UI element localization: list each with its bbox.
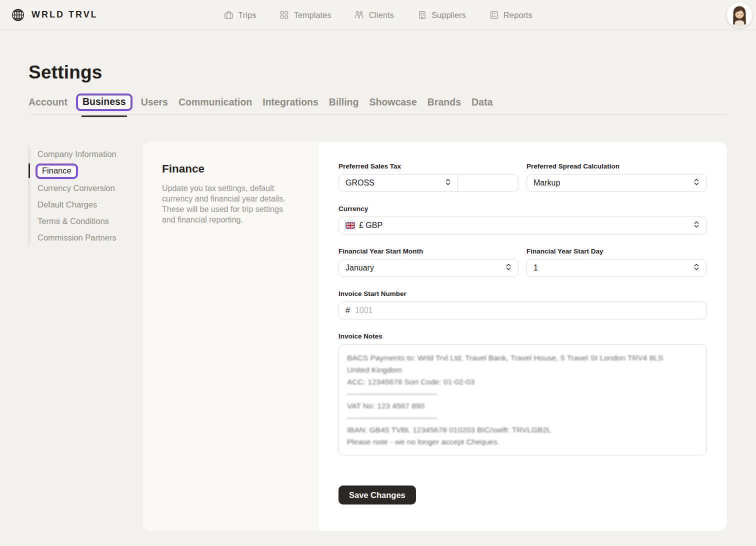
settings-page: Settings Account Business Users Communic… (0, 62, 756, 541)
chevron-updown-icon (694, 220, 700, 230)
tab-billing[interactable]: Billing (329, 96, 359, 108)
nav-item-label: Clients (369, 10, 394, 20)
nav-item-reports[interactable]: Reports (489, 10, 532, 20)
uk-flag-icon (346, 222, 355, 229)
settings-sidebar: Company Information Finance Currency Con… (28, 141, 142, 532)
sidebar-finance-highlight: Finance (36, 164, 78, 179)
nav-item-trips[interactable]: Trips (224, 10, 256, 20)
currency-value: £ GBP (359, 221, 382, 230)
hash-prefix: # (346, 306, 350, 315)
nav-item-label: Trips (238, 10, 256, 20)
tab-business[interactable]: Business (78, 96, 130, 108)
tab-business-highlight: Business (76, 94, 132, 111)
section-title: Finance (162, 162, 298, 176)
sales-tax-percent-input[interactable] (464, 178, 518, 188)
finance-card: Finance Update you tax settings, default… (142, 141, 728, 532)
nav-item-label: Suppliers (432, 10, 466, 20)
save-changes-button[interactable]: Save Changes (338, 486, 416, 504)
sidebar-item-terms-conditions[interactable]: Terms & Conditions (38, 213, 142, 230)
section-description: Update you tax settings, default currenc… (162, 183, 298, 225)
currency-select[interactable]: £ GBP (338, 216, 706, 234)
chevron-updown-icon (506, 263, 512, 273)
tab-data[interactable]: Data (472, 96, 492, 108)
main-nav: Trips Templates (224, 0, 532, 30)
briefcase-icon (224, 10, 234, 20)
fy-start-day-value: 1 (534, 264, 694, 272)
sidebar-item-company-information[interactable]: Company Information (38, 146, 142, 162)
spread-calculation-label: Preferred Spread Calculation (526, 162, 706, 170)
sidebar-item-currency-conversion[interactable]: Currency Conversion (38, 180, 142, 196)
fy-start-month-label: Financial Year Start Month (338, 248, 518, 255)
nav-item-label: Templates (294, 10, 331, 20)
grid-icon (279, 10, 289, 20)
tab-showcase[interactable]: Showcase (369, 96, 416, 108)
nav-item-suppliers[interactable]: Suppliers (417, 10, 466, 20)
business-settings-content: Company Information Finance Currency Con… (28, 141, 728, 541)
finance-form: Preferred Sales Tax GROSS (318, 142, 727, 531)
currency-label: Currency (338, 205, 706, 212)
nav-item-clients[interactable]: Clients (354, 10, 394, 20)
globe-icon (10, 8, 26, 22)
tab-integrations[interactable]: Integrations (262, 96, 318, 108)
sidebar-item-commission-partners[interactable]: Commission Partners (38, 230, 142, 246)
sales-tax-percent-field: % (458, 174, 518, 192)
sales-tax-value: GROSS (346, 178, 445, 188)
finance-card-intro: Finance Update you tax settings, default… (142, 142, 318, 531)
tab-brands[interactable]: Brands (428, 96, 461, 108)
settings-sidebar-list: Company Information Finance Currency Con… (28, 146, 142, 246)
sales-tax-group: GROSS % (338, 174, 518, 192)
invoice-notes-text: BACS Payments to: Wrld Trvl Ltd, Travel … (347, 352, 698, 448)
nav-item-templates[interactable]: Templates (279, 10, 331, 20)
sidebar-item-default-charges[interactable]: Default Charges (38, 196, 142, 213)
chevron-updown-icon (694, 178, 700, 188)
invoice-start-number-input[interactable] (355, 306, 700, 315)
invoice-start-number-label: Invoice Start Number (338, 290, 706, 298)
tab-account[interactable]: Account (28, 96, 68, 108)
settings-tabs: Account Business Users Communication Int… (28, 96, 728, 115)
spread-calculation-value: Markup (534, 178, 694, 188)
fy-start-month-value: January (346, 264, 506, 272)
fy-start-month-select[interactable]: January (338, 259, 518, 277)
spread-calculation-select[interactable]: Markup (526, 174, 706, 192)
sales-tax-label: Preferred Sales Tax (338, 162, 518, 170)
invoice-start-number-field: # (338, 302, 706, 320)
sidebar-item-finance[interactable]: Finance (38, 162, 142, 180)
preferred-sales-tax-select[interactable]: GROSS (339, 174, 458, 192)
chevron-updown-icon (445, 178, 451, 188)
nav-item-label: Reports (504, 10, 532, 20)
tab-users[interactable]: Users (141, 96, 168, 108)
page-title: Settings (28, 62, 728, 83)
brand-name: WRLD TRVL (32, 10, 98, 20)
report-icon (489, 10, 499, 20)
tab-communication[interactable]: Communication (178, 96, 252, 108)
avatar[interactable] (726, 2, 752, 28)
top-nav-bar: WRLD TRVL Trips (0, 0, 756, 30)
fy-start-day-label: Financial Year Start Day (526, 248, 706, 255)
brand: WRLD TRVL (10, 8, 98, 22)
users-icon (354, 10, 364, 20)
fy-start-day-select[interactable]: 1 (526, 259, 706, 277)
invoice-notes-textarea[interactable]: BACS Payments to: Wrld Trvl Ltd, Travel … (338, 344, 706, 456)
chevron-updown-icon (694, 263, 700, 273)
invoice-notes-label: Invoice Notes (338, 332, 706, 340)
building-icon (417, 10, 427, 20)
